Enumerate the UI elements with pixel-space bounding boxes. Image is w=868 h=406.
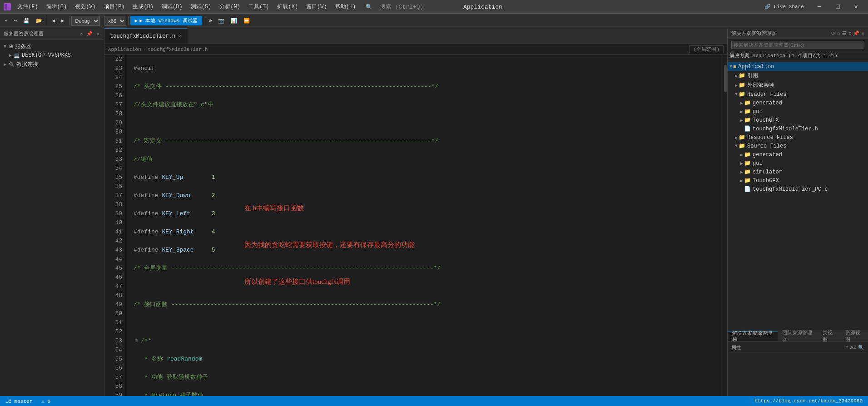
close-button[interactable]: ✕ bbox=[848, 1, 864, 12]
menu-project[interactable]: 项目(P) bbox=[100, 2, 129, 11]
sol-item-generated-h[interactable]: ▶ 📁 generated bbox=[728, 99, 868, 107]
toolbar-back[interactable]: ◀ bbox=[49, 16, 58, 25]
tab-close-icon[interactable]: ✕ bbox=[178, 33, 181, 39]
sol-item-simulator[interactable]: ▶ 📁 simulator bbox=[728, 168, 868, 176]
tree-server-icon: 🖥 bbox=[8, 44, 13, 50]
minimize-button[interactable]: ─ bbox=[811, 1, 828, 12]
right-sidebar-close-icon[interactable]: ✕ bbox=[861, 30, 864, 36]
sol-item-label: simulator bbox=[753, 169, 782, 175]
sol-item-middle-tier-h[interactable]: ▶ 📄 touchgfxMiddleTier.h bbox=[728, 124, 868, 133]
sidebar-title: 服务器资源管理器 bbox=[4, 30, 44, 37]
sol-item-application[interactable]: ▼ ◼ Application bbox=[728, 62, 868, 71]
sol-folder-icon: 📁 bbox=[744, 177, 751, 184]
solution-search-input[interactable] bbox=[731, 41, 864, 49]
sidebar-close-icon[interactable]: ✕ bbox=[95, 30, 100, 38]
sidebar-refresh-icon[interactable]: ↺ bbox=[79, 30, 84, 38]
sol-item-touchgfx-s[interactable]: ▶ 📁 TouchGFX bbox=[728, 176, 868, 185]
code-line: * 功能 获取随机数种子 bbox=[134, 373, 723, 382]
editor-tab-active[interactable]: touchgfxMiddleTier.h ✕ bbox=[104, 28, 187, 44]
tree-item-db[interactable]: ▶ 🔌 数据连接 bbox=[0, 59, 104, 69]
menu-extend[interactable]: 扩展(X) bbox=[273, 2, 302, 11]
menu-edit[interactable]: 编辑(E) bbox=[43, 2, 71, 11]
code-line: * 名称 readRandom bbox=[134, 355, 723, 364]
scope-indicator[interactable]: (全局范围) bbox=[689, 45, 724, 53]
toolbar-save[interactable]: 💾 bbox=[20, 16, 32, 25]
props-search-icon[interactable]: 🔍 bbox=[858, 345, 864, 351]
right-sidebar-pin-icon[interactable]: 📌 bbox=[853, 30, 859, 36]
sol-item-middle-tier-c[interactable]: ▶ 📄 touchgfxMiddleTier_PC.c bbox=[728, 185, 868, 193]
sol-item-source-files[interactable]: ▼ 📁 Source Files bbox=[728, 142, 868, 150]
platform-select[interactable]: x86 bbox=[104, 16, 126, 26]
code-editor[interactable]: #endif /* 头文件 --------------------------… bbox=[126, 55, 723, 396]
menu-test[interactable]: 测试(S) bbox=[187, 2, 215, 11]
code-container[interactable]: 22232425 26272829 30313233 34353637 3839… bbox=[104, 55, 727, 396]
properties-header: 属性 ≡ AZ 🔍 bbox=[729, 343, 866, 352]
right-sidebar-home-icon[interactable]: ⌂ bbox=[837, 30, 840, 36]
run-button[interactable]: ▶ ▶ 本地 Windows 调试器 bbox=[130, 16, 202, 25]
sol-item-label: touchgfxMiddleTier_PC.c bbox=[753, 186, 828, 193]
sol-item-ref[interactable]: ▶ 📁 引用 bbox=[728, 71, 868, 80]
tab-class-view[interactable]: 类视图 bbox=[818, 331, 841, 341]
breadcrumb-app[interactable]: Application bbox=[108, 47, 141, 52]
sol-item-generated-s[interactable]: ▶ 📁 generated bbox=[728, 150, 868, 159]
menu-view[interactable]: 视图(V) bbox=[71, 2, 99, 11]
toolbar-step[interactable]: ⏩ bbox=[241, 16, 253, 25]
tree-item-root[interactable]: ▼ 🖥 服务器 bbox=[0, 42, 104, 51]
menu-window[interactable]: 窗口(W) bbox=[303, 2, 331, 11]
maximize-button[interactable]: □ bbox=[829, 1, 846, 12]
toolbar-perf[interactable]: 📊 bbox=[228, 16, 240, 25]
sol-item-label: Source Files bbox=[747, 143, 786, 149]
toolbar-open[interactable]: 📂 bbox=[33, 16, 45, 25]
props-az-icon[interactable]: AZ bbox=[850, 345, 856, 351]
sol-item-label: Application bbox=[738, 64, 774, 70]
tree-item-desktop[interactable]: ▶ 💻 DESKTOP-VV6PKKS bbox=[0, 51, 104, 59]
breadcrumb-file[interactable]: touchgfxMiddleTier.h bbox=[148, 47, 208, 52]
tab-solution-explorer[interactable]: 解决方案资源管理器 bbox=[728, 331, 778, 341]
right-sidebar-settings-icon[interactable]: ⚙ bbox=[848, 30, 852, 36]
sol-item-gui-h[interactable]: ▶ 📁 gui bbox=[728, 107, 868, 116]
tree-label: 服务器 bbox=[15, 43, 31, 50]
sidebar-pin-icon[interactable]: 📌 bbox=[85, 30, 94, 38]
sol-item-header-files[interactable]: ▼ 📁 Header Files bbox=[728, 90, 868, 99]
sol-item-extern-dep[interactable]: ▶ 📁 外部依赖项 bbox=[728, 80, 868, 90]
tab-resource-view[interactable]: 资源视图 bbox=[841, 331, 868, 341]
status-url[interactable]: https://blog.csdn.net/baidu_33429980 bbox=[753, 398, 864, 404]
debug-mode-select[interactable]: Debug bbox=[71, 16, 100, 26]
toolbar-redo[interactable]: ↪ bbox=[11, 16, 20, 25]
props-sort-icon[interactable]: ≡ bbox=[845, 345, 848, 351]
menu-file[interactable]: 文件(F) bbox=[14, 2, 42, 11]
sol-folder-icon: 📁 bbox=[739, 134, 745, 141]
menu-analyze[interactable]: 分析(N) bbox=[216, 2, 244, 11]
toolbar-attach[interactable]: ⚙ bbox=[206, 16, 215, 25]
code-line: #define KEY_Down 2 bbox=[134, 191, 723, 200]
status-git[interactable]: ⎇ master bbox=[4, 398, 34, 404]
sol-item-resource[interactable]: ▶ 📁 Resource Files bbox=[728, 133, 868, 142]
menu-build[interactable]: 生成(B) bbox=[129, 2, 157, 11]
left-sidebar: 服务器资源管理器 ↺ 📌 ✕ ▼ 🖥 服务器 ▶ 💻 DESKTOP-VV6PK… bbox=[0, 28, 104, 396]
code-line: /* 头文件 ---------------------------------… bbox=[134, 82, 723, 91]
toolbar-camera[interactable]: 📷 bbox=[215, 16, 227, 25]
sol-item-label: 外部依赖项 bbox=[747, 81, 774, 89]
run-label: ▶ 本地 Windows 调试器 bbox=[139, 17, 198, 24]
sol-folder-icon: 📁 bbox=[744, 117, 751, 124]
code-line bbox=[134, 119, 723, 128]
editor-scrollbar[interactable] bbox=[723, 55, 727, 396]
sol-folder-icon: 📁 bbox=[744, 108, 751, 115]
sol-folder-icon: 📁 bbox=[744, 168, 751, 175]
code-line bbox=[134, 318, 723, 327]
scrollbar-thumb[interactable] bbox=[724, 65, 727, 92]
right-sidebar-filter-icon[interactable]: ☰ bbox=[842, 30, 847, 36]
tab-team-explorer[interactable]: 团队资源管理器 bbox=[778, 331, 818, 341]
tab-filename: touchgfxMiddleTier.h bbox=[110, 33, 175, 40]
sol-item-gui-s[interactable]: ▶ 📁 gui bbox=[728, 159, 868, 168]
toolbar-fwd[interactable]: ▶ bbox=[59, 16, 67, 25]
right-sidebar-sync-icon[interactable]: ⟳ bbox=[831, 30, 835, 36]
sol-item-touchgfx-h[interactable]: ▶ 📁 TouchGFX bbox=[728, 116, 868, 124]
right-sidebar: 解决方案资源管理器 ⟳ ⌂ ☰ ⚙ 📌 ✕ 解决方案'Application'(… bbox=[727, 28, 868, 396]
code-line: * @return 种子数值 bbox=[134, 391, 723, 396]
menu-debug[interactable]: 调试(D) bbox=[158, 2, 186, 11]
toolbar-undo[interactable]: ↩ bbox=[2, 16, 10, 25]
menu-tools[interactable]: 工具(T) bbox=[245, 2, 273, 11]
status-errors[interactable]: ⚠ 0 bbox=[40, 398, 52, 404]
menu-help[interactable]: 帮助(H) bbox=[332, 2, 360, 11]
